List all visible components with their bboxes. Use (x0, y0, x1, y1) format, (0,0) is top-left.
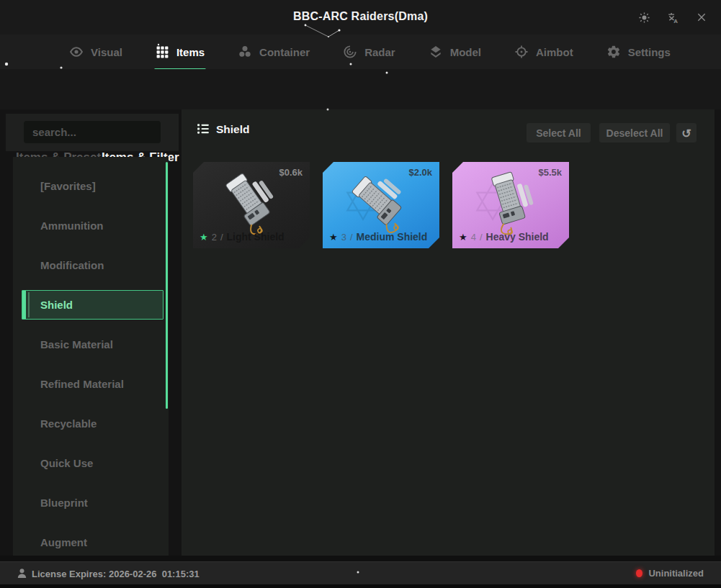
deselect-all-button[interactable]: Deselect All (599, 123, 670, 143)
item-image (209, 169, 294, 235)
item-caption: ★ 3 / Medium Shield (329, 231, 427, 243)
category-augment[interactable]: Augment (13, 523, 169, 556)
category-panel: [Favorites] Ammunition Modification Shie… (13, 157, 169, 556)
item-count: 2 (212, 232, 217, 243)
search-input[interactable] (24, 121, 183, 143)
category-blueprint[interactable]: Blueprint (13, 483, 169, 523)
window-title: BBC-ARC Raiders(Dma) (0, 10, 721, 23)
category-list: [Favorites] Ammunition Modification Shie… (13, 157, 169, 556)
status-dot-icon (636, 569, 642, 577)
search-band (6, 114, 179, 151)
titlebar: BBC-ARC Raiders(Dma) A (0, 0, 721, 35)
tab-label: Aimbot (536, 46, 573, 58)
license-expiry: License Expires: 2026-02-26 01:15:31 (32, 569, 200, 579)
gear-icon (606, 45, 621, 59)
tab-container[interactable]: Container (238, 35, 310, 69)
container-icon (238, 45, 252, 59)
tab-label: Visual (91, 46, 122, 58)
category-basic-material[interactable]: Basic Material (13, 325, 169, 364)
rarity-star-icon: ★ (459, 232, 467, 243)
tab-label: Model (450, 46, 481, 58)
item-count: 3 (341, 232, 346, 243)
item-card-light-shield[interactable]: $0.6k ★ 2 / Light Shield (193, 162, 310, 248)
tab-label: Items (176, 46, 205, 58)
item-card-medium-shield[interactable]: $2.0k ★ 3 / Medium Shield (323, 162, 439, 248)
translate-icon[interactable]: A (663, 9, 682, 26)
item-name: Heavy Shield (486, 231, 549, 243)
status-label: Uninitialized (648, 568, 704, 579)
svg-text:A: A (673, 17, 678, 24)
close-icon[interactable] (692, 9, 711, 26)
app-window: BBC-ARC Raiders(Dma) A (0, 0, 721, 588)
category-ammunition[interactable]: Ammunition (13, 206, 169, 245)
item-price: $5.5k (538, 167, 562, 178)
search-box (24, 121, 161, 143)
rarity-star-icon: ★ (329, 232, 338, 243)
rarity-star-icon: ★ (200, 232, 208, 243)
main-panel: Shield Select All Deselect All ↺ $0.6k ★… (182, 109, 715, 556)
category-refined-material[interactable]: Refined Material (13, 364, 169, 404)
category-modification[interactable]: Modification (13, 245, 169, 285)
item-caption: ★ 4 / Heavy Shield (459, 231, 549, 243)
layers-icon (429, 45, 443, 59)
reset-button[interactable]: ↺ (676, 123, 697, 143)
list-icon (196, 122, 210, 139)
tab-radar[interactable]: Radar (343, 35, 395, 69)
radar-icon (343, 45, 357, 59)
category-favorites[interactable]: [Favorites] (13, 166, 169, 206)
select-all-button[interactable]: Select All (527, 123, 591, 143)
panel-title: Shield (216, 123, 250, 136)
tab-label: Container (259, 46, 310, 58)
statusbar: License Expires: 2026-02-26 01:15:31 Uni… (0, 561, 721, 584)
item-name: Medium Shield (357, 231, 428, 243)
user-icon (16, 567, 28, 582)
item-count: 4 (471, 232, 476, 243)
theme-sun-icon[interactable] (635, 9, 653, 26)
item-card-grid: $0.6k ★ 2 / Light Shield $2.0k ★ 3 / Med… (193, 162, 569, 248)
tab-visual[interactable]: Visual (69, 35, 122, 69)
tab-model[interactable]: Model (429, 35, 481, 69)
item-name: Light Shield (227, 231, 285, 243)
main-nav: Visual Items Container (0, 35, 721, 69)
status-gap (0, 556, 721, 561)
category-shield[interactable]: Shield (13, 285, 169, 325)
tab-aimbot[interactable]: Aimbot (514, 35, 573, 69)
category-quick-use[interactable]: Quick Use (13, 443, 169, 483)
bottom-strip (0, 584, 721, 588)
init-status: Uninitialized (636, 568, 704, 579)
crosshair-icon (514, 45, 529, 59)
grid-icon (156, 45, 169, 59)
item-caption: ★ 2 / Light Shield (200, 231, 285, 243)
subtab-bar: Items & Preset Items & Filter (0, 69, 721, 109)
panel-header: Shield Select All Deselect All ↺ (182, 109, 715, 148)
tab-settings[interactable]: Settings (606, 35, 671, 69)
tab-label: Settings (628, 46, 671, 58)
tab-label: Radar (364, 46, 395, 58)
category-recyclable[interactable]: Recyclable (13, 404, 169, 443)
eye-icon (69, 45, 84, 59)
item-card-heavy-shield[interactable]: $5.5k ★ 4 / Heavy Shield (452, 162, 569, 248)
tab-items[interactable]: Items (156, 35, 205, 69)
sidebar-scrollbar[interactable] (166, 162, 168, 409)
